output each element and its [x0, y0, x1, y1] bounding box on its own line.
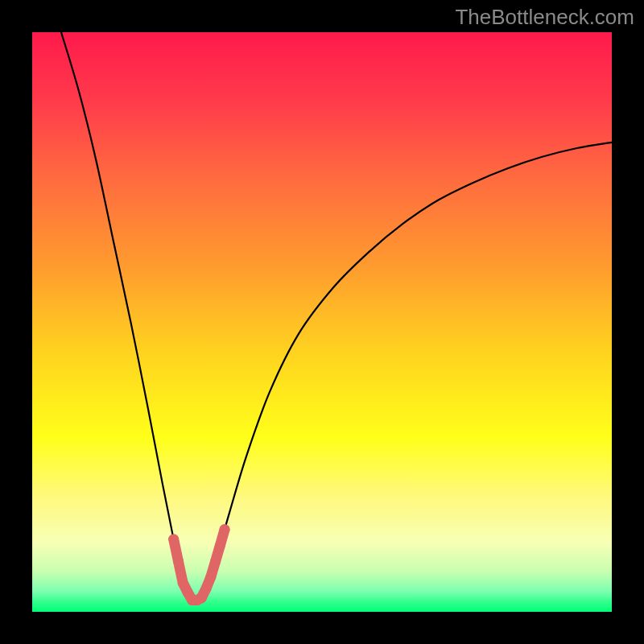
notch-marker-end: [168, 535, 179, 545]
bottleneck-chart: [32, 32, 612, 612]
chart-frame: [32, 32, 612, 612]
watermark-label: TheBottleneck.com: [455, 5, 634, 30]
gradient-background: [32, 32, 612, 612]
notch-marker-end: [220, 524, 230, 535]
